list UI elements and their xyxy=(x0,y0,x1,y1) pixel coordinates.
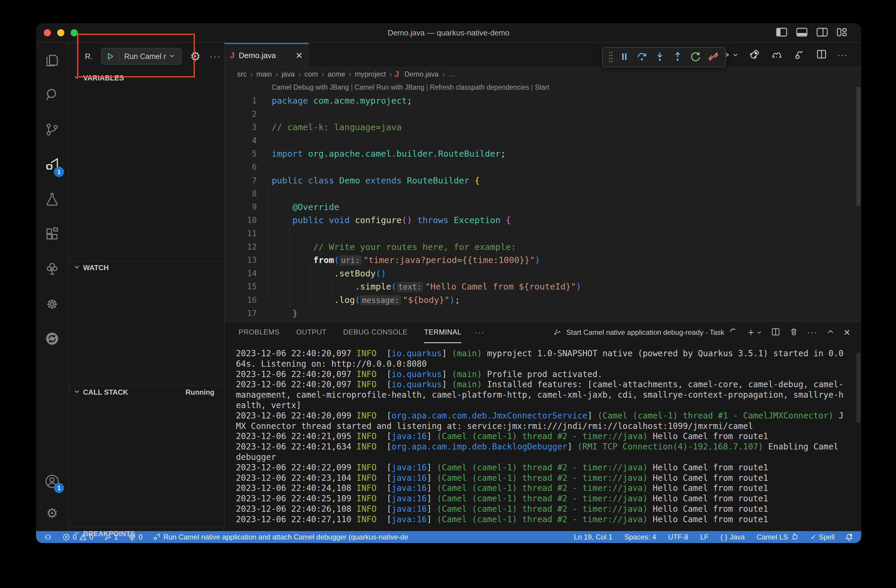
breadcrumb-item[interactable]: acme xyxy=(328,70,345,78)
disconnect-button[interactable] xyxy=(707,51,719,64)
line-number: 6 xyxy=(225,161,257,174)
breadcrumb-item[interactable]: … xyxy=(448,70,456,78)
close-tab-icon[interactable]: ✕ xyxy=(296,50,303,61)
split-editor-icon[interactable] xyxy=(816,49,827,61)
codelens-link[interactable]: Refresh classpath dependencies xyxy=(430,84,529,91)
cursor-position[interactable]: Ln 19, Col 1 xyxy=(574,533,613,541)
debug-settings-gear-icon[interactable]: ⚙ xyxy=(190,50,201,62)
code-line: 10 public void configure() throws Except… xyxy=(225,213,861,227)
run-debug-sidebar: R. Run Camel r ⚙ ··· VARIABLES WATCH xyxy=(69,43,225,531)
line-number: 13 xyxy=(225,253,257,267)
search-icon xyxy=(44,87,60,104)
code-line: 13 from(uri:"timer:java?period={{time:10… xyxy=(225,253,861,267)
code-line: 8 xyxy=(225,187,861,201)
toggle-primary-sidebar-icon[interactable] xyxy=(776,28,787,37)
remote-indicator[interactable] xyxy=(44,533,52,541)
breadcrumb-item[interactable]: com xyxy=(305,70,318,78)
terminal-line: management, camel-microprofile-health, c… xyxy=(236,390,861,400)
toggle-secondary-sidebar-icon[interactable] xyxy=(817,28,828,37)
zoom-window-button[interactable] xyxy=(71,29,78,37)
panel-tab-terminal[interactable]: TERMINAL xyxy=(424,322,462,343)
breadcrumb-item[interactable]: myproject xyxy=(355,70,386,78)
section-call-stack[interactable]: CALL STACK Running xyxy=(69,386,224,399)
sidebar-item-extensions[interactable] xyxy=(36,217,68,252)
restart-button[interactable] xyxy=(690,51,701,64)
breadcrumb-item[interactable]: java xyxy=(282,70,295,78)
terminal-line: 2023-12-06 22:40:20,097 INFO [io.quarkus… xyxy=(236,349,861,359)
sidebar-item-kubernetes[interactable]: ☸ xyxy=(36,287,68,322)
sidebar-item-sync[interactable] xyxy=(36,322,68,356)
indentation-setting[interactable]: Spaces: 4 xyxy=(624,533,656,541)
settings-button[interactable]: ⚙ xyxy=(36,498,68,528)
sidebar-item-tree-view[interactable] xyxy=(36,252,68,287)
section-variables[interactable]: VARIABLES xyxy=(69,72,224,85)
codelens-link[interactable]: Camel Debug with JBang xyxy=(272,84,349,91)
breadcrumb-item[interactable]: src xyxy=(237,70,247,78)
section-breakpoints[interactable]: BREAKPOINTS xyxy=(69,527,224,540)
panel-more-tabs-icon[interactable]: ··· xyxy=(474,328,485,337)
chevron-down-icon xyxy=(73,264,80,272)
line-number: 16 xyxy=(225,293,257,307)
code-line: 6 xyxy=(225,161,861,174)
close-panel-icon[interactable]: ✕ xyxy=(844,328,850,338)
code-editor[interactable]: Camel Debug with JBang | Camel Run with … xyxy=(225,81,861,321)
step-out-button[interactable] xyxy=(672,51,684,64)
camel-debug-icon[interactable] xyxy=(793,48,806,61)
code-line: 11 xyxy=(225,227,861,241)
camel-ls-status[interactable]: Camel LS xyxy=(757,532,798,542)
split-terminal-icon[interactable] xyxy=(771,327,780,338)
spell-checker-status[interactable]: ✓ Spell xyxy=(811,533,835,541)
camel-run-icon[interactable] xyxy=(771,48,783,61)
terminal-line: 2023-12-06 22:40:20,097 INFO [io.quarkus… xyxy=(236,379,861,390)
toolbar-drag-handle[interactable] xyxy=(608,51,613,64)
breadcrumb-item[interactable]: Demo.java xyxy=(404,70,439,78)
pause-button[interactable] xyxy=(619,51,630,64)
kill-terminal-icon[interactable] xyxy=(789,327,798,338)
sidebar-item-explorer[interactable] xyxy=(36,43,68,78)
terminal-output[interactable]: 2023-12-06 22:40:20,097 INFO [io.quarkus… xyxy=(225,343,861,531)
panel-tab-output[interactable]: OUTPUT xyxy=(296,322,326,343)
debug-more-actions-icon[interactable]: ··· xyxy=(210,51,221,61)
panel-more-actions-icon[interactable]: ··· xyxy=(807,328,817,337)
sidebar-item-search[interactable] xyxy=(36,78,68,113)
codelens-link[interactable]: Camel Run with JBang xyxy=(355,84,424,91)
terminal-task-item[interactable]: Start Camel native application debug-rea… xyxy=(553,328,738,338)
code-line: 15 .simple(text:"Hello Camel from ${rout… xyxy=(225,280,861,293)
panel-tab-debug-console[interactable]: DEBUG CONSOLE xyxy=(343,322,407,343)
encoding-setting[interactable]: UTF-8 xyxy=(668,533,689,541)
language-mode[interactable]: { } Java xyxy=(721,533,745,541)
debug-launch-picker[interactable]: Run Camel r xyxy=(101,48,182,65)
thumbsup-icon xyxy=(791,532,798,542)
breadcrumb-item[interactable]: main xyxy=(256,70,272,78)
editor-scrollbar[interactable] xyxy=(856,87,861,206)
title-bar: Demo.java — quarkus-native-demo xyxy=(36,23,861,43)
section-watch[interactable]: WATCH xyxy=(69,261,224,274)
bottom-panel: PROBLEMSOUTPUTDEBUG CONSOLETERMINAL ··· … xyxy=(225,321,861,531)
maximize-panel-icon[interactable] xyxy=(826,328,835,337)
new-terminal-button[interactable] xyxy=(747,328,762,337)
tab-demo-java[interactable]: J Demo.java ✕ xyxy=(225,43,309,67)
start-debug-icon[interactable] xyxy=(102,52,119,61)
minimize-window-button[interactable] xyxy=(57,29,64,37)
terminal-line: 2023-12-06 22:40:20,097 INFO [io.quarkus… xyxy=(236,369,861,380)
accounts-button[interactable]: 1 xyxy=(36,466,68,498)
sidebar-item-source-control[interactable] xyxy=(36,113,68,148)
eol-setting[interactable]: LF xyxy=(700,533,709,541)
step-into-button[interactable] xyxy=(654,51,666,64)
check-icon: ✓ xyxy=(811,533,817,541)
codelens-link[interactable]: Start xyxy=(535,84,550,91)
terminal-scrollbar[interactable] xyxy=(856,353,861,423)
editor-more-actions-icon[interactable]: ··· xyxy=(837,50,848,60)
close-window-button[interactable] xyxy=(44,29,51,37)
notifications-bell[interactable] xyxy=(845,533,853,542)
line-number: 2 xyxy=(225,108,257,121)
quarkus-rocket-icon[interactable] xyxy=(748,48,760,61)
customize-layout-icon[interactable] xyxy=(837,27,847,37)
panel-tab-problems[interactable]: PROBLEMS xyxy=(239,322,279,343)
terminal-line: 2023-12-06 22:40:26,108 INFO [java:16] (… xyxy=(236,504,861,515)
sidebar-item-testing[interactable] xyxy=(36,182,68,217)
toggle-panel-icon[interactable] xyxy=(796,28,808,37)
step-over-button[interactable] xyxy=(636,51,648,64)
line-number: 12 xyxy=(225,241,257,254)
sidebar-item-run-and-debug[interactable]: 1 xyxy=(36,148,68,182)
